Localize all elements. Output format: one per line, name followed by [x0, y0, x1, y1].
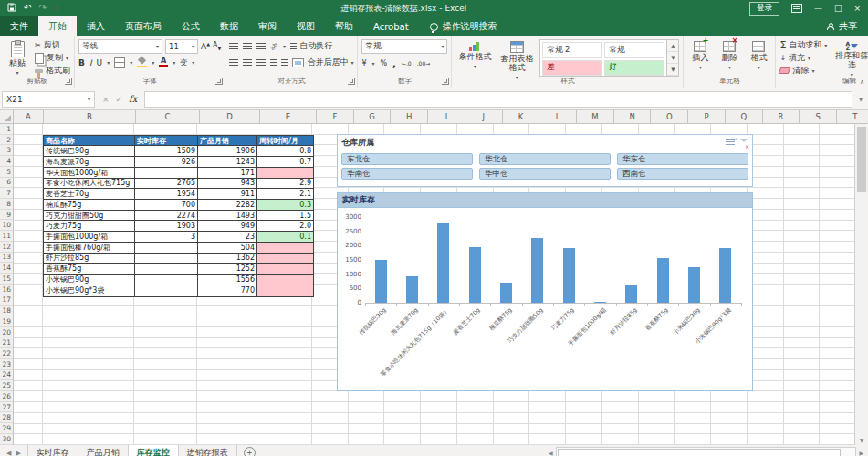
tab-Acrobat[interactable]: Acrobat [363, 16, 419, 36]
clear-button[interactable]: 清除 [779, 65, 827, 77]
decrease-decimal-icon[interactable]: .00→ [417, 60, 431, 67]
align-right-icon[interactable] [256, 59, 266, 67]
italic-button[interactable]: I [89, 58, 92, 67]
monthly-sales-cell[interactable]: 770 [198, 285, 257, 296]
chart-bar[interactable] [563, 248, 575, 303]
turnover-cell[interactable] [257, 243, 313, 254]
turnover-cell[interactable] [257, 168, 313, 179]
sheet-tab-产品月销[interactable]: 产品月销 [78, 445, 129, 456]
stock-cell[interactable] [135, 254, 198, 264]
dialog-launcher-icon[interactable] [215, 78, 223, 85]
row-header-17[interactable]: 17 [0, 295, 13, 306]
slicer-button-华中仓[interactable]: 华中仓 [479, 168, 611, 180]
ribbon-display-options-icon[interactable] [791, 4, 802, 13]
table-header-cell[interactable]: 实时库存 [135, 136, 198, 147]
wrap-text-button[interactable]: 自动换行 [290, 40, 332, 52]
cells-area[interactable]: 商品名称实时库存产品月销周转时间/月传统锅巴90g150919060.8海岛麦派… [14, 124, 854, 445]
row-header-22[interactable]: 22 [0, 348, 13, 359]
chart-bar[interactable] [375, 260, 387, 303]
formula-input[interactable] [144, 91, 852, 108]
accounting-format-icon[interactable]: ¥ [361, 59, 366, 67]
number-format-combo[interactable]: 常规 [361, 39, 447, 54]
row-header-30[interactable]: 30 [0, 434, 13, 445]
cell-style-item[interactable]: 好 [604, 60, 664, 77]
maximize-icon[interactable]: □ [834, 5, 842, 13]
align-top-icon[interactable] [229, 43, 238, 50]
font-color-icon[interactable]: A [159, 57, 168, 67]
monthly-sales-cell[interactable]: 943 [198, 179, 257, 190]
product-name-cell[interactable]: 虾片沙拉85g [44, 254, 135, 264]
tab-开始[interactable]: 开始 [38, 16, 77, 36]
row-header-27[interactable]: 27 [0, 402, 13, 413]
column-header-O[interactable]: O [651, 110, 688, 123]
monthly-sales-cell[interactable]: 23 [198, 232, 257, 243]
chart-bar[interactable] [719, 248, 731, 303]
tab-公式[interactable]: 公式 [172, 16, 210, 36]
cell-style-item[interactable]: 常规 2 [542, 42, 602, 58]
clear-filter-icon[interactable] [739, 139, 748, 148]
row-header-14[interactable]: 14 [0, 263, 13, 274]
column-header-E[interactable]: E [260, 110, 317, 123]
turnover-cell[interactable]: 2.1 [257, 189, 313, 200]
cell-style-item[interactable]: 常规 [604, 42, 664, 58]
dialog-launcher-icon[interactable] [65, 78, 72, 85]
monthly-sales-cell[interactable]: 1493 [198, 211, 257, 222]
turnover-cell[interactable]: 0.7 [257, 157, 313, 168]
product-name-cell[interactable]: 手撕面包棒760g/箱 [44, 243, 135, 254]
turnover-cell[interactable]: 2.0 [257, 221, 313, 232]
monthly-sales-cell[interactable]: 1556 [198, 275, 257, 285]
column-header-D[interactable]: D [200, 110, 260, 123]
stock-bar-chart[interactable]: 实时库存 050010001500200025003000传统锅巴90g海岛麦派… [337, 192, 753, 391]
gallery-up-icon[interactable]: ▲ [667, 40, 678, 52]
row-header-8[interactable]: 8 [0, 199, 13, 210]
grow-font-icon[interactable]: A▲ [201, 41, 210, 51]
monthly-sales-cell[interactable]: 1252 [198, 264, 257, 275]
column-header-K[interactable]: K [503, 110, 540, 123]
product-name-cell[interactable]: 香蕉酥75g [44, 264, 135, 275]
slicer-button-华南仓[interactable]: 华南仓 [341, 168, 473, 180]
monthly-sales-cell[interactable]: 1906 [198, 146, 257, 157]
column-header-J[interactable]: J [465, 110, 503, 123]
undo-icon[interactable]: ↶ [24, 4, 31, 13]
new-sheet-icon[interactable]: + [244, 447, 256, 456]
minimize-icon[interactable]: — [814, 5, 822, 13]
column-header-I[interactable]: I [428, 110, 465, 123]
column-header-P[interactable]: P [688, 110, 726, 123]
tell-me-search[interactable]: 操作说明搜索 [419, 16, 508, 36]
monthly-sales-cell[interactable]: 504 [198, 243, 257, 254]
turnover-cell[interactable]: 2.9 [257, 179, 313, 190]
stock-cell[interactable]: 700 [135, 200, 198, 211]
turnover-cell[interactable]: 0.8 [257, 146, 313, 157]
increase-decimal-icon[interactable]: ←.0 [402, 60, 412, 67]
cancel-icon[interactable]: × [102, 95, 110, 104]
name-box[interactable]: X21 [2, 91, 95, 108]
monthly-sales-cell[interactable]: 1362 [198, 254, 257, 264]
stock-cell[interactable]: 2765 [135, 179, 198, 190]
tab-帮助[interactable]: 帮助 [325, 16, 363, 36]
sort-filter-button[interactable]: AZ 排序和筛选 [831, 39, 868, 79]
stock-cell[interactable]: 3 [135, 232, 198, 243]
product-name-cell[interactable]: 巧麦力75g [44, 221, 135, 232]
share-button[interactable]: 共享 [816, 16, 868, 36]
stock-cell[interactable]: 926 [135, 157, 198, 168]
save-icon[interactable] [7, 3, 16, 14]
paste-button[interactable]: 粘贴 [4, 39, 31, 78]
product-name-cell[interactable]: 楠瓜酥75g [44, 200, 135, 211]
dialog-launcher-icon[interactable] [442, 78, 449, 85]
column-header-A[interactable]: A [14, 110, 44, 123]
redo-icon[interactable]: ↷ [38, 4, 46, 13]
row-header-6[interactable]: 6 [0, 178, 13, 189]
stock-cell[interactable] [135, 168, 198, 179]
product-name-cell[interactable]: 华夫面包1000g/箱 [44, 168, 135, 179]
tab-file[interactable]: 文件 [0, 16, 38, 36]
monthly-sales-cell[interactable]: 949 [198, 221, 257, 232]
vertical-scroll-thumb[interactable] [857, 127, 866, 192]
row-header-19[interactable]: 19 [0, 316, 13, 327]
product-name-cell[interactable]: 小米锅巴90g [44, 275, 135, 285]
gallery-more-icon[interactable]: ▼ [667, 64, 678, 76]
scroll-down-icon[interactable]: ▼ [860, 437, 864, 445]
chart-bar[interactable] [688, 267, 700, 303]
row-header-3[interactable]: 3 [0, 145, 13, 156]
table-header-cell[interactable]: 周转时间/月 [257, 136, 313, 147]
horizontal-scrollbar[interactable]: ◀ ▶ [544, 445, 868, 456]
